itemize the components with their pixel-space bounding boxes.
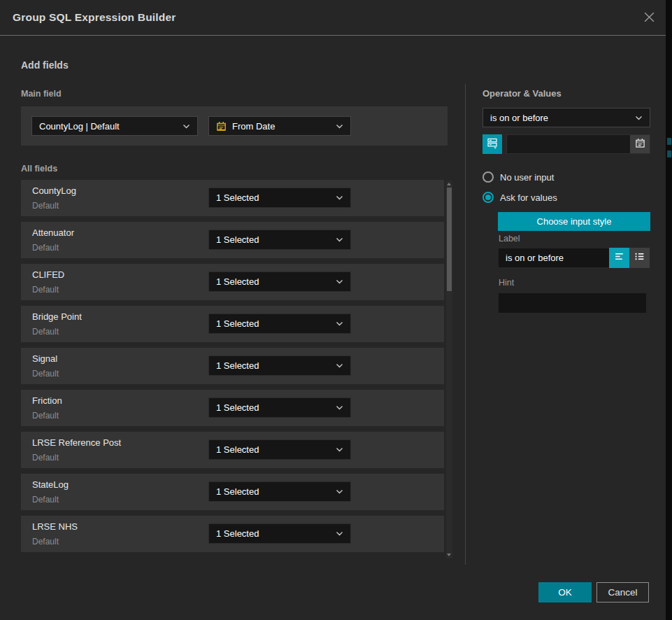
hint-input[interactable] <box>499 293 646 313</box>
fields-scrollbar[interactable] <box>446 181 452 558</box>
background-strip <box>666 0 672 620</box>
stacked-values-icon <box>487 137 498 152</box>
scroll-up-arrow-icon[interactable] <box>447 183 451 185</box>
chevron-down-icon <box>336 321 343 326</box>
field-row-signal: Signal Default 1 Selected <box>21 348 444 384</box>
field-values-select[interactable]: 1 Selected <box>208 313 351 334</box>
label-input[interactable] <box>499 248 609 267</box>
layer-select[interactable]: CountyLog | Default <box>31 116 198 136</box>
field-name: Bridge Point <box>32 311 82 322</box>
add-fields-heading: Add fields <box>21 59 69 71</box>
field-name: LRSE NHS <box>32 521 78 532</box>
field-row-friction: Friction Default 1 Selected <box>21 390 444 426</box>
calendar-icon <box>635 138 645 151</box>
choose-input-style-button[interactable]: Choose input style <box>498 212 650 231</box>
field-name: StateLog <box>32 479 69 490</box>
chevron-down-icon <box>336 195 343 200</box>
field-subtitle: Default <box>32 453 59 463</box>
radio-circle-unselected <box>482 171 494 183</box>
field-name: Friction <box>32 395 62 406</box>
operator-select[interactable]: is on or before <box>482 108 650 127</box>
field-values-select[interactable]: 1 Selected <box>208 439 351 460</box>
main-field-select-value: From Date <box>232 121 331 132</box>
field-subtitle: Default <box>32 243 59 253</box>
chevron-down-icon <box>183 124 190 129</box>
field-row-countylog: CountyLog Default 1 Selected <box>21 180 444 216</box>
layer-select-value: CountyLog | Default <box>39 121 178 132</box>
value-input-wrap <box>506 134 650 154</box>
dialog-title: Group SQL Expression Builder <box>13 0 176 35</box>
list-style-button[interactable] <box>629 248 650 268</box>
field-name: CountyLog <box>32 185 76 196</box>
field-name: Signal <box>32 353 57 364</box>
operator-values-heading: Operator & Values <box>482 88 562 99</box>
chevron-down-icon <box>336 405 343 410</box>
date-picker-button[interactable] <box>630 135 650 153</box>
main-field-select[interactable]: From Date <box>208 116 351 136</box>
field-row-statelog: StateLog Default 1 Selected <box>21 474 444 510</box>
label-caption: Label <box>499 234 520 244</box>
chevron-down-icon <box>336 237 343 242</box>
field-values-select[interactable]: 1 Selected <box>208 481 351 502</box>
group-sql-expression-builder-dialog: Group SQL Expression Builder Add fields … <box>0 0 666 620</box>
close-button[interactable] <box>641 10 657 26</box>
hint-input-wrap <box>499 293 646 313</box>
scroll-down-arrow-icon[interactable] <box>447 554 451 556</box>
value-input[interactable] <box>507 135 650 153</box>
field-values-select[interactable]: 1 Selected <box>208 188 351 208</box>
field-row-bridge-point: Bridge Point Default 1 Selected <box>21 306 444 342</box>
single-line-style-button[interactable] <box>609 248 629 268</box>
radio-circle-selected <box>482 192 494 203</box>
field-subtitle: Default <box>32 327 59 337</box>
background-fragment <box>667 138 671 145</box>
field-row-attenuator: Attenuator Default 1 Selected <box>21 222 444 258</box>
close-icon <box>643 10 656 27</box>
cancel-button[interactable]: Cancel <box>596 582 649 603</box>
chevron-down-icon <box>336 531 343 536</box>
align-left-icon <box>614 251 624 265</box>
background-fragment <box>667 150 671 157</box>
field-subtitle: Default <box>32 537 59 547</box>
field-subtitle: Default <box>32 411 59 421</box>
label-input-wrap <box>499 248 609 267</box>
list-icon <box>634 251 645 265</box>
chevron-down-icon <box>336 447 343 452</box>
field-values-select[interactable]: 1 Selected <box>208 397 351 418</box>
chevron-down-icon <box>336 363 343 368</box>
radio-ask-for-values[interactable]: Ask for values <box>482 192 557 203</box>
field-name: Attenuator <box>32 227 74 238</box>
main-field-label: Main field <box>21 89 62 99</box>
field-row-clifed: CLIFED Default 1 Selected <box>21 264 444 300</box>
hint-caption: Hint <box>499 278 514 288</box>
field-subtitle: Default <box>32 201 59 211</box>
field-values-select[interactable]: 1 Selected <box>208 355 351 376</box>
field-values-select[interactable]: 1 Selected <box>208 230 351 250</box>
field-values-select[interactable]: 1 Selected <box>208 272 351 292</box>
field-subtitle: Default <box>32 495 59 505</box>
chevron-down-icon <box>336 489 343 494</box>
field-subtitle: Default <box>32 369 59 379</box>
chevron-down-icon <box>336 279 343 284</box>
field-name: LRSE Reference Post <box>32 437 121 448</box>
main-field-panel: CountyLog | Default From Date <box>21 106 448 146</box>
dialog-header: Group SQL Expression Builder <box>0 0 666 36</box>
ok-button[interactable]: OK <box>538 582 592 603</box>
field-subtitle: Default <box>32 285 59 295</box>
scrollbar-thumb[interactable] <box>447 188 452 291</box>
field-values-select[interactable]: 1 Selected <box>208 523 351 544</box>
field-row-lrse-reference-post: LRSE Reference Post Default 1 Selected <box>21 432 444 468</box>
date-field-icon <box>216 121 227 132</box>
chevron-down-icon <box>635 115 643 120</box>
value-type-button[interactable] <box>482 134 502 154</box>
field-row-lrse-nhs: LRSE NHS Default 1 Selected <box>21 516 444 552</box>
field-name: CLIFED <box>32 269 64 280</box>
operator-select-value: is on or before <box>490 113 631 123</box>
all-fields-list: CountyLog Default 1 Selected Attenuator … <box>21 180 444 552</box>
radio-no-user-input[interactable]: No user input <box>482 171 554 183</box>
chevron-down-icon <box>336 124 343 129</box>
panel-divider <box>465 84 466 565</box>
all-fields-label: All fields <box>21 164 57 174</box>
screen: Group SQL Expression Builder Add fields … <box>0 0 672 620</box>
